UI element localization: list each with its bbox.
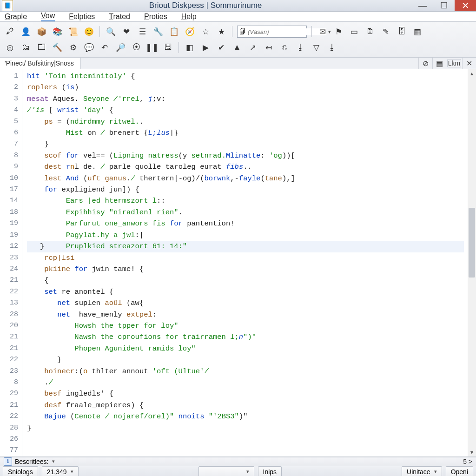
code-line[interactable]: /'is [ wrist 'day' { [27,105,464,116]
chevron-down-icon[interactable]: ▾ [52,458,55,464]
tab-lkm-button[interactable]: Lkm [447,59,461,67]
bars-tab-icon[interactable]: ▤ [432,58,446,69]
code-line[interactable]: } [27,423,464,434]
code-line[interactable]: hoinecr:(o thlter annout 'oft (Ultue'/ [27,366,464,377]
target-tab-icon[interactable]: ⊘ [418,58,432,69]
code-line[interactable]: pkiine for jwin tame! { [27,264,464,275]
code-line[interactable]: Pagylat.hy a jwl:| [27,230,464,241]
code-line[interactable]: hit 'Toin inteminitoly' { [27,71,464,82]
target-icon[interactable]: ◎ [4,41,16,53]
code-line[interactable]: net have_menly extpel: [27,309,464,320]
minimize-button[interactable]: — [412,0,433,11]
wrench-icon[interactable]: 🔧 [152,26,164,38]
code-line[interactable]: Howsh the tpper for loy" [27,320,464,331]
star-outline-icon[interactable]: ☆ [199,26,212,38]
box-icon[interactable]: 📦 [35,26,47,38]
code-line[interactable]: ps = (ndirdmmy ritwel.. [27,116,464,127]
star-icon[interactable]: ★ [215,26,227,38]
status-number[interactable]: 21,349▾ [42,466,79,476]
download-icon[interactable]: ⭳ [294,41,306,53]
menu-vow[interactable]: Vow [41,12,55,21]
status-openi[interactable]: Openi [446,466,473,476]
code-line[interactable]: net suplen aoûl (aw{ [27,298,464,309]
scroll-icon[interactable]: 📜 [67,26,79,38]
books-icon[interactable]: 📚 [51,26,63,38]
list-icon[interactable]: ☰ [136,26,148,38]
code-line[interactable]: for expligiend jun]) { [27,184,464,195]
scroll-thumb[interactable] [469,208,475,278]
hammer-icon[interactable]: 🔨 [51,41,63,53]
mail-icon[interactable]: ✉ [317,26,329,38]
maximize-button[interactable]: ☐ [433,0,455,11]
paste-icon[interactable]: 📋 [168,26,180,38]
zoom-icon[interactable]: 🔍 [105,26,117,38]
code-line[interactable]: rcp|lsi [27,252,464,264]
chat-icon[interactable]: 💬 [83,41,95,53]
search-input[interactable] [248,28,326,35]
stack-icon[interactable]: 🗂 [20,41,32,53]
code-line[interactable]: Mist on / brenert {L;lus|} [27,127,464,139]
menu-help[interactable]: Help [181,13,197,21]
code-line[interactable]: ./ [27,377,464,388]
flag-icon[interactable]: ⚑ [332,26,344,38]
scroll-down-arrow[interactable]: ▾ [468,448,476,456]
link-icon[interactable]: ⎌ [278,41,291,53]
undo-icon[interactable]: ↶ [99,41,111,53]
scroll-up-arrow[interactable]: ▴ [468,69,476,78]
file-tab[interactable]: 'Pinect/ Bufsittiny|Snoss [0,58,81,69]
code-line[interactable]: desf fraale_mepieres) { [27,400,464,411]
user-icon[interactable]: 👤 [20,26,32,38]
marker-icon[interactable]: 🖍 [4,26,16,38]
check-icon[interactable]: ✔ [215,41,227,53]
code-line[interactable]: roplers (is) [27,82,464,93]
note-icon[interactable]: ▭ [348,26,360,38]
gear-icon[interactable]: ⚙ [67,41,79,53]
filter-icon[interactable]: ▽ [310,41,322,53]
code-line[interactable]: Parfurut one_anwors fis for pantention! [27,218,464,229]
code-line[interactable]: lest And (uft_ganus./ thertern|-og)/(bor… [27,173,464,184]
code-line[interactable]: besf ingledls' { [27,388,464,399]
vertical-scrollbar[interactable]: ▴ ▾ [468,69,476,456]
menu-trated[interactable]: Trated [109,13,130,21]
code-line[interactable]: Phopen Agunident ramids loy" [27,343,464,354]
compass-icon[interactable]: 🧭 [184,26,196,38]
heart-icon[interactable]: ❤ [120,26,132,38]
up-icon[interactable]: ▲ [231,41,243,53]
back-icon[interactable]: ↤ [263,41,275,53]
code-editor[interactable]: hit 'Toin inteminitoly' {roplers (is)mes… [22,69,468,456]
code-line[interactable]: Expihhisy "niradlenl rien". [27,207,464,218]
code-line[interactable]: scof for vel== (Lipning natress(y setnra… [27,150,464,161]
menu-felpties[interactable]: Felpties [69,13,95,21]
code-line[interactable]: } Pruplkied streazort 61: 14:" [27,241,464,252]
panel-icon[interactable]: ◧ [184,41,196,53]
status-sniologs[interactable]: Sniologs [3,466,38,476]
status-inips[interactable]: Inips [258,466,282,476]
close-tab-button[interactable]: ✕ [462,58,476,69]
window-icon[interactable]: 🗔 [35,41,47,53]
menu-proties[interactable]: Proties [144,13,167,21]
status-blank-dropdown[interactable]: ▾ [198,466,254,476]
pause-icon[interactable]: ❚❚ [146,41,158,53]
code-line[interactable]: Bajue (Cenote / nojaref/orel)" nnoits "'… [27,411,464,422]
code-line[interactable]: set re anontel { [27,286,464,298]
import-icon[interactable]: ⭳ [326,41,338,53]
status-uinitace[interactable]: Uinitace▾ [402,466,442,476]
face-icon[interactable]: 😊 [83,26,95,38]
code-line[interactable]: Ears |ed htermszort l:: [27,195,464,206]
code-line[interactable]: mesat Aques. Seyone /'rrel, j;v: [27,93,464,105]
code-line[interactable]: { [27,275,464,286]
menu-graple[interactable]: Graple [5,13,27,21]
play-icon[interactable]: ▶ [199,41,212,53]
scroll-track[interactable] [468,78,476,448]
code-line[interactable]: Nawsh the cproufions for trairramen l;n"… [27,331,464,343]
grid-icon[interactable]: ▦ [411,26,423,38]
code-line[interactable]: dest rnl de. / parle quolle taroleg eura… [27,161,464,172]
code-line[interactable]: } [27,139,464,150]
footer-badge-icon[interactable]: ℹ [4,457,12,466]
close-button[interactable]: ✕ [455,0,476,11]
stamp-icon[interactable]: 🗄 [396,26,408,38]
save-icon[interactable]: 🖫 [162,41,174,53]
record-icon[interactable]: ⦿ [130,41,142,53]
pencil-icon[interactable]: ✎ [380,26,392,38]
search-box[interactable]: 🗐▾ [237,26,307,38]
